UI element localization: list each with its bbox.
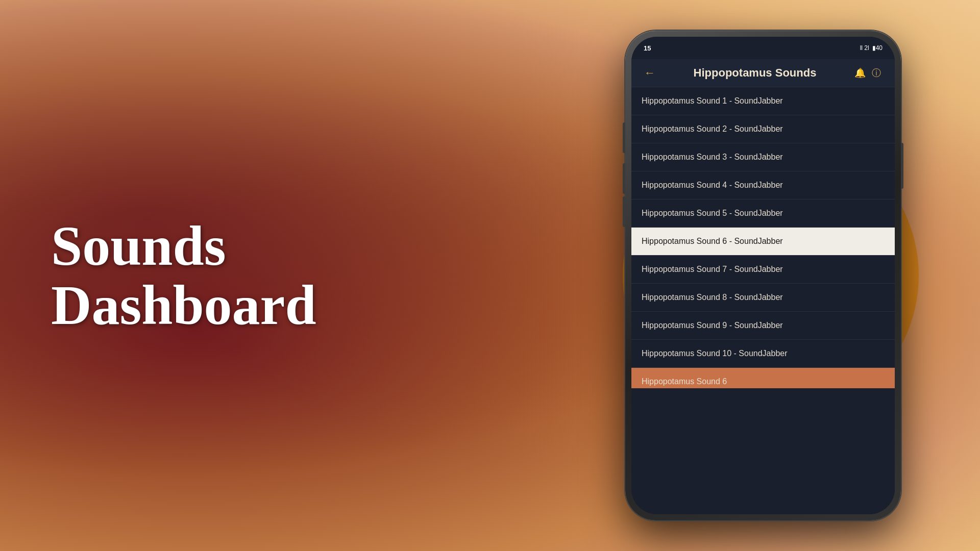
phone-mockup: 15 ll 2l ▮40 ← Hippopotamus Sounds 🔔 ⓘ H…: [625, 31, 901, 520]
list-item[interactable]: Hippopotamus Sound 7 - SoundJabber: [631, 256, 895, 284]
app-header: ← Hippopotamus Sounds 🔔 ⓘ: [631, 59, 895, 87]
hero-text: Sounds Dashboard: [51, 217, 316, 335]
list-item[interactable]: Hippopotamus Sound 1 - SoundJabber: [631, 87, 895, 115]
list-item[interactable]: Hippopotamus Sound 8 - SoundJabber: [631, 284, 895, 312]
status-icons: ll 2l ▮40: [860, 44, 883, 52]
hero-line2: Dashboard: [51, 273, 316, 336]
list-item[interactable]: Hippopotamus Sound 3 - SoundJabber: [631, 143, 895, 171]
signal-icon: ll 2l: [860, 44, 869, 52]
phone-screen: 15 ll 2l ▮40 ← Hippopotamus Sounds 🔔 ⓘ H…: [631, 37, 895, 514]
list-item[interactable]: Hippopotamus Sound 10 - SoundJabber: [631, 340, 895, 368]
status-time: 15: [644, 44, 651, 52]
phone-shell: 15 ll 2l ▮40 ← Hippopotamus Sounds 🔔 ⓘ H…: [625, 31, 901, 520]
list-item-active[interactable]: Hippopotamus Sound 6 - SoundJabber: [631, 228, 895, 256]
info-button[interactable]: ⓘ: [868, 67, 885, 79]
list-item[interactable]: Hippopotamus Sound 5 - SoundJabber: [631, 199, 895, 228]
hero-line1: Sounds: [51, 215, 226, 277]
app-title: Hippopotamus Sounds: [658, 66, 852, 80]
back-button[interactable]: ←: [642, 66, 658, 80]
list-item[interactable]: Hippopotamus Sound 9 - SoundJabber: [631, 312, 895, 340]
app-content: ← Hippopotamus Sounds 🔔 ⓘ Hippopotamus S…: [631, 59, 895, 514]
phone-notch: [722, 43, 804, 58]
bell-button[interactable]: 🔔: [852, 67, 868, 79]
list-item[interactable]: Hippopotamus Sound 2 - SoundJabber: [631, 115, 895, 143]
battery-icon: ▮40: [872, 44, 883, 52]
list-item-partial[interactable]: Hippopotamus Sound 6: [631, 368, 895, 388]
sound-list: Hippopotamus Sound 1 - SoundJabber Hippo…: [631, 87, 895, 514]
list-item[interactable]: Hippopotamus Sound 4 - SoundJabber: [631, 171, 895, 199]
